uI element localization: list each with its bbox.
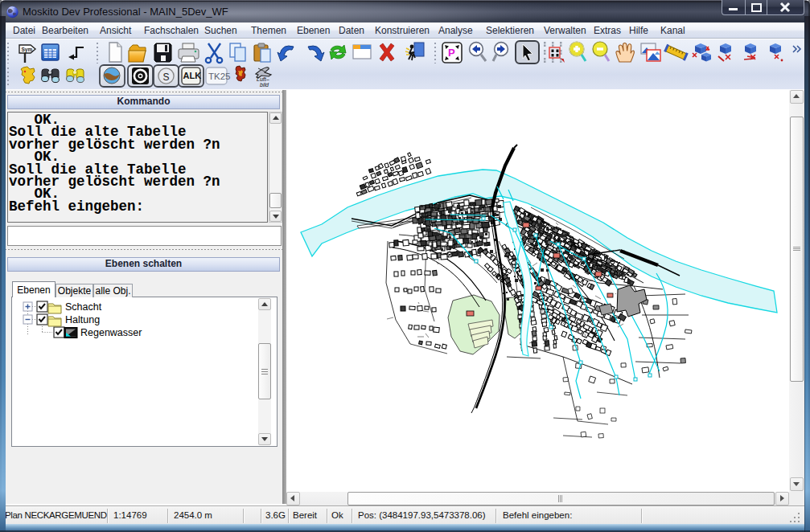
svg-text:Schacht: Schacht bbox=[65, 301, 102, 313]
svg-text:Haltung: Haltung bbox=[65, 314, 100, 325]
svg-text:bild: bild bbox=[260, 82, 269, 88]
svg-text:P: P bbox=[448, 47, 455, 59]
svg-text:S: S bbox=[163, 72, 170, 83]
svg-text:ALK: ALK bbox=[183, 71, 202, 80]
svg-text:Regenwasser: Regenwasser bbox=[80, 327, 142, 338]
svg-text:Luft–: Luft– bbox=[257, 76, 269, 82]
svg-text:Sym: Sym bbox=[22, 47, 33, 53]
svg-text:TK25: TK25 bbox=[208, 72, 231, 81]
